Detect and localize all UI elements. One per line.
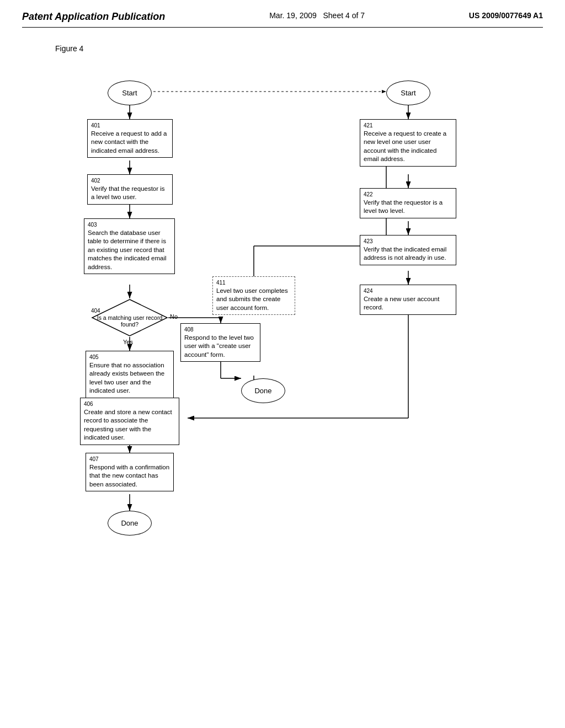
label-401: 401 (91, 122, 169, 130)
text-406: Create and store a new contact record to… (84, 408, 175, 442)
header-meta: Mar. 19, 2009 Sheet 4 of 7 (269, 11, 365, 20)
label-408: 408 (184, 326, 257, 334)
label-406: 406 (84, 400, 175, 408)
header-sheet: Sheet 4 of 7 (323, 11, 365, 20)
label-402: 402 (91, 177, 169, 185)
text-422: Verify that the requestor is a level two… (364, 199, 452, 216)
box-422: 422 Verify that the requestor is a level… (360, 188, 456, 218)
yes-label: Yes (123, 339, 133, 345)
box-406: 406 Create and store a new contact recor… (80, 398, 179, 445)
figure-label: Figure 4 (55, 44, 543, 53)
box-405: 405 Ensure that no association already e… (86, 351, 174, 398)
no-label: No (170, 313, 178, 320)
text-424: Create a new user account record. (364, 295, 452, 312)
done-oval-middle: Done (241, 378, 285, 403)
box-402: 402 Verify that the requestor is a level… (87, 174, 173, 205)
diamond-404: 404 Is a matching user record found? (91, 298, 168, 337)
text-421: Receive a request to create a new level … (364, 130, 452, 164)
text-403: Search the database user table to determ… (88, 229, 171, 272)
text-405: Ensure that no association already exist… (89, 361, 170, 395)
text-423: Verify that the indicated email address … (364, 245, 452, 263)
start-oval-right: Start (386, 81, 430, 105)
text-408: Respond to the level two user with a "cr… (184, 334, 257, 360)
text-411: Level two user completes and submits the… (216, 287, 291, 313)
label-422: 422 (364, 191, 452, 199)
header-date: Mar. 19, 2009 (269, 11, 317, 20)
done-oval-bottom: Done (108, 511, 152, 536)
box-411: 411 Level two user completes and submits… (212, 276, 295, 315)
label-421: 421 (364, 122, 452, 130)
label-407: 407 (89, 456, 170, 463)
box-424: 424 Create a new user account record. (360, 285, 456, 315)
text-401: Receive a request to add a new contact w… (91, 130, 169, 156)
label-404: 404 (91, 308, 168, 314)
text-404: Is a matching user record found? (91, 314, 168, 328)
box-407: 407 Respond with a confirmation that the… (86, 453, 174, 491)
page-header: Patent Application Publication Mar. 19, … (22, 11, 543, 28)
box-403: 403 Search the database user table to de… (84, 218, 175, 274)
box-401: 401 Receive a request to add a new conta… (87, 119, 173, 158)
diagram-area: Start Start 401 Receive a request to add… (22, 58, 543, 682)
label-403: 403 (88, 221, 171, 229)
publication-title: Patent Application Publication (22, 11, 165, 23)
box-423: 423 Verify that the indicated email addr… (360, 235, 456, 265)
patent-number: US 2009/0077649 A1 (469, 11, 543, 20)
text-402: Verify that the requestor is a level two… (91, 185, 169, 202)
label-411: 411 (216, 279, 291, 287)
label-424: 424 (364, 287, 452, 295)
label-405: 405 (89, 354, 170, 361)
box-408: 408 Respond to the level two user with a… (180, 323, 260, 362)
label-423: 423 (364, 238, 452, 245)
text-407: Respond with a confirmation that the new… (89, 463, 170, 489)
box-421: 421 Receive a request to create a new le… (360, 119, 456, 167)
start-oval-left: Start (108, 81, 152, 105)
page: Patent Application Publication Mar. 19, … (0, 0, 565, 728)
